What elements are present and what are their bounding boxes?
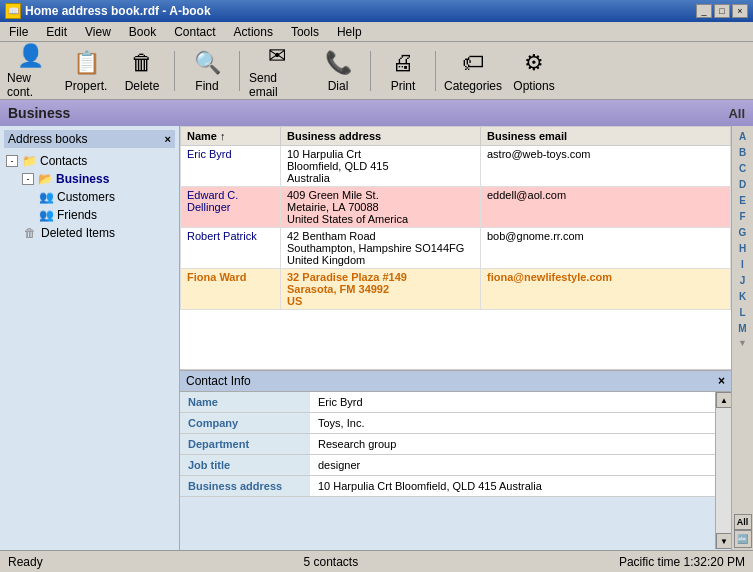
content-area: Name ↑ Business address Business email E… <box>180 126 731 550</box>
table-row[interactable]: Eric Byrd 10 Harpulia CrtBloomfield, QLD… <box>181 146 731 187</box>
alpha-f[interactable]: F <box>734 208 752 224</box>
info-row-name: Name Eric Byrd <box>180 392 715 413</box>
contact-info-close-button[interactable]: × <box>718 374 725 388</box>
alpha-k[interactable]: K <box>734 288 752 304</box>
table-row[interactable]: Fiona Ward 32 Paradise Plaza #149Sarasot… <box>181 269 731 310</box>
alpha-h[interactable]: H <box>734 240 752 256</box>
menu-edit[interactable]: Edit <box>41 24 72 40</box>
row-name: Eric Byrd <box>181 146 281 187</box>
minimize-button[interactable]: _ <box>696 4 712 18</box>
contact-info-panel: Contact Info × Name Eric Byrd Company To… <box>180 370 731 550</box>
menu-contact[interactable]: Contact <box>169 24 220 40</box>
col-email[interactable]: Business email <box>481 127 731 146</box>
menu-file[interactable]: File <box>4 24 33 40</box>
info-value-address: 10 Harpulia Crt Bloomfield, QLD 415 Aust… <box>310 476 715 497</box>
alpha-a[interactable]: A <box>734 128 752 144</box>
window-title: Home address book.rdf - A-book <box>25 4 211 18</box>
toggle-contacts[interactable]: - <box>6 155 18 167</box>
categories-icon: 🏷 <box>457 49 489 77</box>
options-button[interactable]: ⚙ Options <box>508 46 560 96</box>
col-address[interactable]: Business address <box>281 127 481 146</box>
row-address: 32 Paradise Plaza #149Sarasota, FM 34992… <box>281 269 481 310</box>
tree-item-friends[interactable]: 👥 Friends <box>36 206 175 224</box>
row-address: 42 Bentham RoadSouthampton, Hampshire SO… <box>281 228 481 269</box>
options-label: Options <box>513 79 554 93</box>
alpha-j[interactable]: J <box>734 272 752 288</box>
row-address: 10 Harpulia CrtBloomfield, QLD 415Austra… <box>281 146 481 187</box>
info-scrollbar[interactable]: ▲ ▼ <box>715 392 731 549</box>
tree-item-contacts[interactable]: - 📁 Contacts <box>4 152 175 170</box>
row-name: Edward C. Dellinger <box>181 187 281 228</box>
properties-icon: 📋 <box>70 49 102 77</box>
sidebar: Address books × - 📁 Contacts - 📂 Busines… <box>0 126 180 550</box>
alpha-g[interactable]: G <box>734 224 752 240</box>
contact-info-header: Contact Info × <box>180 371 731 392</box>
alpha-d[interactable]: D <box>734 176 752 192</box>
alpha-e[interactable]: E <box>734 192 752 208</box>
alpha-icon-button[interactable]: 🔤 <box>734 530 752 548</box>
info-row-company: Company Toys, Inc. <box>180 413 715 434</box>
scroll-up-button[interactable]: ▲ <box>716 392 732 408</box>
tree-item-customers[interactable]: 👥 Customers <box>36 188 175 206</box>
sidebar-header: Address books × <box>4 130 175 148</box>
table-row[interactable]: Edward C. Dellinger 409 Green Mile St.Me… <box>181 187 731 228</box>
contact-table[interactable]: Name ↑ Business address Business email E… <box>180 126 731 370</box>
new-contact-button[interactable]: 👤 New cont. <box>4 46 56 96</box>
delete-label: Delete <box>125 79 160 93</box>
col-name[interactable]: Name ↑ <box>181 127 281 146</box>
separator-3 <box>370 51 371 91</box>
alpha-b[interactable]: B <box>734 144 752 160</box>
friends-icon: 👥 <box>38 207 54 223</box>
sidebar-title: Address books <box>8 132 87 146</box>
dial-icon: 📞 <box>322 49 354 77</box>
table-row[interactable]: Robert Patrick 42 Bentham RoadSouthampto… <box>181 228 731 269</box>
main-area: Address books × - 📁 Contacts - 📂 Busines… <box>0 126 753 550</box>
print-button[interactable]: 🖨 Print <box>377 46 429 96</box>
print-icon: 🖨 <box>387 49 419 77</box>
status-time: Pacific time 1:32:20 PM <box>619 555 745 569</box>
info-row-jobtitle: Job title designer <box>180 455 715 476</box>
business-folder-icon: 📂 <box>37 171 53 187</box>
toolbar: 👤 New cont. 📋 Propert. 🗑 Delete 🔍 Find ✉… <box>0 42 753 100</box>
alpha-all-button[interactable]: All <box>734 514 752 530</box>
send-email-button[interactable]: ✉ Send email <box>246 46 308 96</box>
delete-icon: 🗑 <box>126 49 158 77</box>
menu-book[interactable]: Book <box>124 24 161 40</box>
scroll-down-button[interactable]: ▼ <box>716 533 732 549</box>
friends-label: Friends <box>57 208 97 222</box>
options-icon: ⚙ <box>518 49 550 77</box>
customers-icon: 👥 <box>38 189 54 205</box>
row-email: eddell@aol.com <box>481 187 731 228</box>
menu-tools[interactable]: Tools <box>286 24 324 40</box>
status-ready: Ready <box>8 555 43 569</box>
properties-button[interactable]: 📋 Propert. <box>60 46 112 96</box>
status-count: 5 contacts <box>303 555 358 569</box>
tree-item-deleted[interactable]: 🗑 Deleted Items <box>20 224 175 242</box>
alpha-l[interactable]: L <box>734 304 752 320</box>
close-button[interactable]: × <box>732 4 748 18</box>
info-value-name: Eric Byrd <box>310 392 715 413</box>
section-title: Business <box>8 105 70 121</box>
alpha-m[interactable]: M <box>734 320 752 336</box>
menu-help[interactable]: Help <box>332 24 367 40</box>
new-contact-icon: 👤 <box>14 43 46 69</box>
dial-button[interactable]: 📞 Dial <box>312 46 364 96</box>
sidebar-close-button[interactable]: × <box>165 133 171 145</box>
alpha-i[interactable]: I <box>734 256 752 272</box>
window-controls[interactable]: _ □ × <box>696 4 748 18</box>
menu-actions[interactable]: Actions <box>229 24 278 40</box>
find-button[interactable]: 🔍 Find <box>181 46 233 96</box>
toggle-business[interactable]: - <box>22 173 34 185</box>
maximize-button[interactable]: □ <box>714 4 730 18</box>
tree-item-business[interactable]: - 📂 Business <box>20 170 175 188</box>
section-header: Business All <box>0 100 753 126</box>
contact-info-content: Name Eric Byrd Company Toys, Inc. Depart… <box>180 392 731 549</box>
row-email: fiona@newlifestyle.com <box>481 269 731 310</box>
categories-button[interactable]: 🏷 Categories <box>442 46 504 96</box>
info-label-name: Name <box>180 392 310 413</box>
info-value-department: Research group <box>310 434 715 455</box>
delete-button[interactable]: 🗑 Delete <box>116 46 168 96</box>
menu-bar: File Edit View Book Contact Actions Tool… <box>0 22 753 42</box>
alpha-c[interactable]: C <box>734 160 752 176</box>
menu-view[interactable]: View <box>80 24 116 40</box>
